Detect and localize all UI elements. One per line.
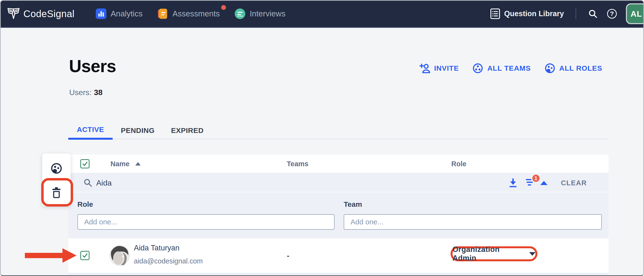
- brand-name: CodeSignal: [24, 8, 74, 19]
- navbar-right: Question Library ? AL: [490, 4, 643, 24]
- teams-icon: [472, 63, 483, 74]
- question-library-icon: [490, 8, 500, 19]
- all-roles-button[interactable]: ALL ROLES: [544, 63, 602, 74]
- help-icon[interactable]: ?: [607, 9, 617, 18]
- bulk-actions-toolbar: [42, 154, 71, 206]
- users-count-label: Users:: [69, 88, 92, 97]
- delete-user-button[interactable]: [42, 180, 71, 204]
- screen: CodeSignal Analytics: [0, 0, 644, 276]
- table-search-row: 1 CLEAR: [68, 173, 608, 192]
- filter-count-badge: 1: [531, 174, 541, 183]
- interviews-icon: [235, 8, 245, 19]
- roles-icon: [544, 63, 556, 74]
- column-header-name[interactable]: Name: [110, 155, 140, 173]
- change-role-button[interactable]: [42, 156, 71, 180]
- annotation-arrow: [25, 253, 63, 258]
- invite-button[interactable]: INVITE: [419, 63, 459, 74]
- invite-label: INVITE: [434, 64, 459, 72]
- role-filter-label: Role: [78, 200, 93, 208]
- user-name[interactable]: Aida Taturyan: [134, 244, 180, 252]
- user-avatar[interactable]: AL: [626, 4, 644, 24]
- avatar: [109, 245, 130, 266]
- primary-nav: Analytics Assessments: [96, 8, 286, 19]
- checkmark-icon: [81, 160, 88, 168]
- role-filter-input[interactable]: [78, 214, 334, 230]
- all-teams-button[interactable]: ALL TEAMS: [472, 63, 531, 74]
- user-teams: -: [287, 238, 290, 273]
- panel-bottom-strip: [68, 273, 608, 276]
- team-filter-input[interactable]: [344, 214, 602, 230]
- page-title: Users: [69, 56, 116, 76]
- filter-panel: Role Team: [68, 192, 608, 238]
- nav-item-interviews[interactable]: Interviews: [235, 8, 286, 19]
- user-email: aida@codesignal.com: [134, 257, 203, 265]
- analytics-icon: [96, 8, 106, 19]
- nav-label-assessments: Assessments: [172, 9, 220, 18]
- nav-item-analytics[interactable]: Analytics: [96, 8, 142, 19]
- select-all-checkbox[interactable]: [80, 159, 90, 168]
- codesignal-logo[interactable]: CodeSignal: [7, 8, 74, 20]
- tab-active[interactable]: ACTIVE: [68, 121, 113, 140]
- codesignal-logo-icon: [7, 8, 20, 20]
- filter-group: 1: [526, 179, 535, 187]
- all-teams-label: ALL TEAMS: [487, 64, 531, 72]
- role-dropdown[interactable]: Organization Admin: [450, 246, 538, 261]
- trash-icon: [51, 186, 62, 198]
- sort-ascending-icon: [135, 162, 140, 166]
- chevron-down-icon: [529, 252, 536, 256]
- nav-item-assessments[interactable]: Assessments: [158, 8, 220, 19]
- table-row: Aida Taturyan aida@codesignal.com - Orga…: [68, 238, 608, 273]
- top-navbar: CodeSignal Analytics: [1, 1, 643, 28]
- tab-expired[interactable]: EXPIRED: [163, 121, 212, 140]
- users-count-value: 38: [94, 88, 102, 97]
- clear-button[interactable]: CLEAR: [561, 179, 587, 187]
- tabs: ACTIVE PENDING EXPIRED: [68, 121, 212, 140]
- column-header-teams[interactable]: Teams: [287, 155, 308, 173]
- role-dropdown-value: Organization Admin: [452, 245, 524, 262]
- users-table: Name Teams Role: [68, 155, 608, 276]
- page-actions: INVITE ALL TEAMS ALL ROLES: [419, 60, 602, 76]
- nav-label-interviews: Interviews: [250, 9, 286, 18]
- all-roles-label: ALL ROLES: [559, 64, 602, 72]
- question-library-label: Question Library: [504, 10, 564, 18]
- row-checkbox[interactable]: [80, 251, 90, 260]
- checkmark-icon: [81, 252, 88, 259]
- tab-pending[interactable]: PENDING: [113, 121, 163, 140]
- roles-icon: [50, 162, 62, 174]
- column-header-role[interactable]: Role: [451, 155, 466, 173]
- navbar-divider: [576, 8, 576, 19]
- nav-label-analytics: Analytics: [111, 9, 142, 18]
- users-count: Users:38: [69, 88, 102, 97]
- team-filter-label: Team: [344, 200, 362, 208]
- notification-dot: [221, 5, 226, 10]
- search-controls: 1 CLEAR: [508, 174, 587, 192]
- download-icon[interactable]: [508, 178, 518, 188]
- collapse-filters-icon[interactable]: [540, 181, 548, 185]
- table-search-input[interactable]: [96, 177, 265, 189]
- nav-item-question-library[interactable]: Question Library: [490, 8, 564, 19]
- person-add-icon: [419, 63, 430, 74]
- table-search-icon: [83, 178, 93, 188]
- assessments-icon: [158, 8, 168, 19]
- table-header-row: Name Teams Role: [68, 155, 608, 173]
- search-icon[interactable]: [588, 9, 598, 19]
